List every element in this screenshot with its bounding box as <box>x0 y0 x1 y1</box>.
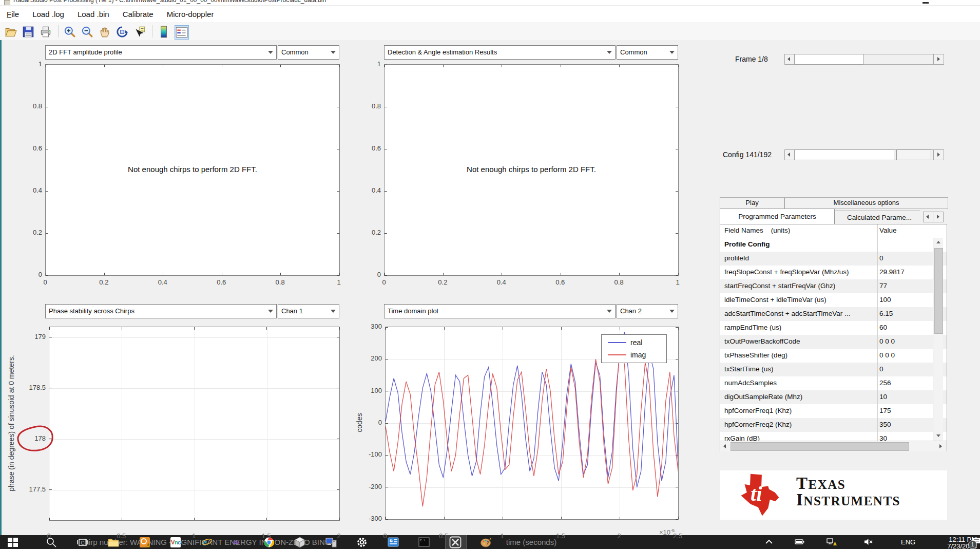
chrome-icon[interactable] <box>263 536 275 548</box>
battery-icon[interactable] <box>795 537 805 546</box>
tick-mark <box>49 327 50 330</box>
config-slider-left-arrow[interactable] <box>784 149 795 160</box>
tick-mark <box>163 273 163 275</box>
scroll-up-arrow[interactable] <box>933 238 943 247</box>
table-row[interactable]: rxGain (dB)30 <box>720 432 947 441</box>
computer-icon[interactable] <box>325 536 337 548</box>
settings-gear-icon[interactable] <box>356 536 368 548</box>
config-slider-thumb[interactable] <box>896 149 931 160</box>
plot-message: Not enough chirps to perform 2D FFT. <box>385 165 678 174</box>
internet-explorer-icon[interactable]: e <box>201 536 213 548</box>
chevron-up-icon[interactable] <box>764 537 774 546</box>
table-row[interactable]: idleTimeConst + idleTimeVar (us)100 <box>720 293 947 307</box>
tab-scroll-left-arrow[interactable] <box>923 212 934 222</box>
channel-selector-top-right[interactable]: Common <box>617 45 678 60</box>
alert-app-icon[interactable] <box>139 536 151 548</box>
minimize-button[interactable] <box>923 2 929 4</box>
frame-slider-right-arrow[interactable] <box>933 54 944 65</box>
save-icon[interactable] <box>22 25 35 39</box>
file-explorer-icon[interactable] <box>107 536 120 548</box>
tick-mark <box>337 275 339 276</box>
tick-mark <box>49 388 52 388</box>
frame-slider-left-arrow[interactable] <box>784 54 795 65</box>
config-slider-right-arrow[interactable] <box>933 149 944 160</box>
tick-mark <box>122 327 122 330</box>
logo-text-line1: TEXAS <box>796 477 846 491</box>
y-tick-label: 0.6 <box>25 144 42 152</box>
table-row[interactable]: startFreqConst + startFreqVar (Ghz)77 <box>720 279 947 293</box>
table-row[interactable]: Profile Config <box>720 238 947 252</box>
cell-value: 0 0 0 <box>879 337 931 345</box>
channel-selector-top-left[interactable]: Common <box>278 45 339 60</box>
table-row[interactable]: numAdcSamples256 <box>720 376 947 390</box>
menu-item-load-bin[interactable]: Load .bin <box>71 6 116 23</box>
legend-row: real <box>602 336 666 349</box>
table-row[interactable]: adcStartTimeConst + adcStartTimeVar ...6… <box>720 307 947 321</box>
scroll-right-arrow[interactable] <box>937 443 944 450</box>
plot-selector-top-right[interactable]: Detection & Angle estimation Results <box>384 45 616 60</box>
datatip-icon[interactable] <box>133 25 146 39</box>
tab-programmed-parameters[interactable]: Programmed Parameters <box>720 209 835 224</box>
table-row[interactable]: digOutSampleRate (Mhz)10 <box>720 390 947 404</box>
pan-icon[interactable] <box>98 25 111 39</box>
table-row[interactable]: hpfCornerFreq1 (Khz)175 <box>720 404 947 418</box>
network-warning-icon[interactable] <box>827 537 837 546</box>
channel-selector-bottom-right[interactable]: Chan 2 <box>617 304 678 318</box>
menu-item-micro-doppler[interactable]: Micro-doppler <box>160 6 221 23</box>
table-row[interactable]: txPhaseShifter (deg)0 0 0 <box>720 349 947 363</box>
cell-value: 0 <box>879 254 931 262</box>
plot-selector-bottom-left[interactable]: Phase stability across Chirps <box>45 304 277 318</box>
column-header-field-names: Field Names (units) <box>724 226 790 234</box>
start-icon[interactable] <box>7 536 19 548</box>
vertical-scroll-thumb[interactable] <box>934 248 943 334</box>
miscellaneous-options-button[interactable]: Miscellaneous options <box>784 197 948 209</box>
zoom-out-icon[interactable] <box>81 25 94 39</box>
task-view-icon[interactable] <box>76 536 89 548</box>
y-tick-label: 0.4 <box>25 186 42 194</box>
table-row[interactable]: hpfCornerFreq2 (Khz)350 <box>720 418 947 432</box>
horizontal-scrollbar[interactable] <box>720 441 947 451</box>
menu-item-load-log[interactable]: Load .log <box>26 6 71 23</box>
volume-muted-icon[interactable] <box>863 537 874 546</box>
chevron-down-icon <box>669 51 675 54</box>
print-icon[interactable] <box>39 25 52 39</box>
tab-scroll-right-arrow[interactable] <box>933 212 944 222</box>
scroll-left-arrow[interactable] <box>721 443 728 450</box>
search-icon[interactable] <box>45 536 57 548</box>
paint-icon[interactable] <box>480 536 492 548</box>
plot-area-fft2d: Not enough chirps to perform 2D FFT. <box>45 64 340 276</box>
tick-mark <box>46 275 48 276</box>
plot-selector-bottom-right[interactable]: Time domain plot <box>384 304 616 318</box>
zoom-in-icon[interactable] <box>63 25 76 39</box>
plot-selector-top-left[interactable]: 2D FFT amplitude profile <box>45 45 277 60</box>
visual-studio-icon[interactable]: ∞ <box>232 536 244 548</box>
channel-selector-bottom-left[interactable]: Chan 1 <box>278 304 339 318</box>
tick-mark <box>619 273 620 275</box>
tools-app-icon[interactable] <box>449 536 462 548</box>
vnc-icon[interactable]: Vnc <box>169 536 182 548</box>
open-icon[interactable] <box>4 25 17 39</box>
menu-item-file[interactable]: File <box>0 6 26 23</box>
virtualbox-icon[interactable] <box>294 536 306 548</box>
command-prompt-icon[interactable]: C:\ <box>418 536 430 548</box>
table-row[interactable]: txOutPowerBackoffCode0 0 0 <box>720 335 947 349</box>
rotate-3d-icon[interactable] <box>116 25 129 39</box>
tick-mark <box>337 388 339 388</box>
system-app-icon[interactable] <box>387 536 399 548</box>
frame-slider-thumb[interactable] <box>794 54 863 65</box>
tab-calculated-parameters[interactable]: Calculated Parame... <box>835 211 924 225</box>
table-row[interactable]: profileId0 <box>720 252 947 266</box>
menu-item-calibrate[interactable]: Calibrate <box>116 6 160 23</box>
horizontal-scroll-thumb[interactable] <box>731 442 909 451</box>
legend-icon[interactable] <box>175 25 189 40</box>
language-indicator[interactable]: ENG <box>901 538 915 546</box>
table-row[interactable]: rampEndTime (us)60 <box>720 321 947 335</box>
title-bar: RadarStudio Post Processing (TM 1) - C:\… <box>0 0 980 6</box>
vertical-scrollbar[interactable] <box>933 238 943 441</box>
table-row[interactable]: txStartTime (us)0 <box>720 363 947 376</box>
colorbar-icon[interactable] <box>157 25 170 39</box>
app-document-icon <box>4 0 10 6</box>
play-button[interactable]: Play <box>720 197 784 209</box>
scroll-down-arrow[interactable] <box>933 431 943 441</box>
table-row[interactable]: freqSlopeConst + freqSlopeVar (Mhz/us)29… <box>720 266 947 279</box>
